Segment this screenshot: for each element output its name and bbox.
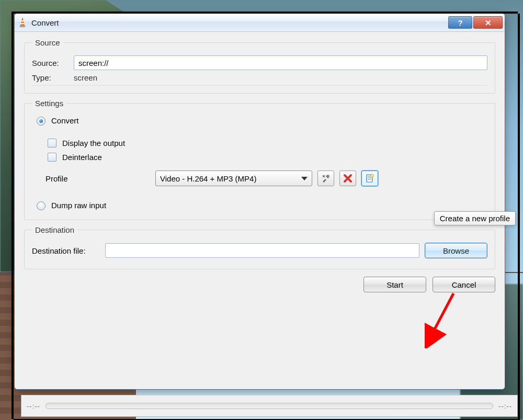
delete-icon xyxy=(343,174,353,183)
annotation-arrow xyxy=(425,291,461,348)
convert-radio-label: Convert xyxy=(51,116,79,125)
cancel-button[interactable]: Cancel xyxy=(433,277,495,292)
new-profile-button[interactable] xyxy=(361,171,378,186)
close-button[interactable]: ✕ xyxy=(473,16,503,29)
profile-selected-text: Video - H.264 + MP3 (MP4) xyxy=(160,174,256,183)
chevron-down-icon xyxy=(301,177,308,180)
title-bar[interactable]: Convert ? ✕ xyxy=(15,14,505,32)
time-total: --:-- xyxy=(498,402,512,410)
new-document-icon xyxy=(365,174,374,183)
dialog-button-row: Start Cancel xyxy=(24,277,495,292)
vlc-status-bar: --:-- --:-- xyxy=(21,395,518,417)
svg-point-9 xyxy=(371,174,374,177)
svg-point-3 xyxy=(19,26,26,27)
close-icon: ✕ xyxy=(485,19,492,27)
edit-profile-button[interactable] xyxy=(317,171,334,186)
svg-marker-0 xyxy=(20,18,25,26)
source-legend: Source xyxy=(32,38,63,47)
type-value: screen xyxy=(74,73,97,82)
svg-rect-1 xyxy=(21,20,24,21)
dump-raw-radio[interactable] xyxy=(37,201,46,210)
new-profile-tooltip: Create a new profile xyxy=(434,211,516,225)
source-input[interactable] xyxy=(74,55,487,70)
vlc-icon xyxy=(18,17,27,28)
help-button[interactable]: ? xyxy=(448,16,472,29)
display-output-checkbox[interactable] xyxy=(48,139,56,147)
svg-rect-2 xyxy=(20,23,24,24)
start-button[interactable]: Start xyxy=(363,277,426,292)
profile-label: Profile xyxy=(46,174,150,183)
display-output-label: Display the output xyxy=(62,139,125,147)
source-label: Source: xyxy=(32,59,69,67)
delete-profile-button[interactable] xyxy=(339,171,356,186)
help-icon: ? xyxy=(458,19,462,27)
destination-legend: Destination xyxy=(32,225,77,234)
destination-group: Destination Destination file: Browse xyxy=(24,225,495,269)
convert-radio[interactable] xyxy=(37,117,46,126)
seek-bar[interactable] xyxy=(46,403,493,409)
time-elapsed: --:-- xyxy=(27,402,40,410)
destination-file-input[interactable] xyxy=(105,243,419,258)
destination-file-label: Destination file: xyxy=(32,246,100,255)
profile-select[interactable]: Video - H.264 + MP3 (MP4) xyxy=(155,171,312,186)
separator xyxy=(32,85,487,86)
dump-raw-label: Dump raw input xyxy=(51,201,106,210)
deinterlace-checkbox[interactable] xyxy=(48,153,56,162)
browse-button[interactable]: Browse xyxy=(425,243,487,258)
source-group: Source Source: Type: screen xyxy=(24,38,495,94)
deinterlace-label: Deinterlace xyxy=(62,153,102,162)
window-title: Convert xyxy=(31,18,59,27)
settings-legend: Settings xyxy=(32,99,66,108)
settings-group: Settings Convert Display the output Dein… xyxy=(24,99,495,220)
type-label: Type: xyxy=(32,73,69,82)
svg-line-10 xyxy=(428,293,453,342)
tools-icon xyxy=(321,174,331,183)
convert-dialog: Convert ? ✕ Source Source: Type: screen xyxy=(14,13,505,390)
